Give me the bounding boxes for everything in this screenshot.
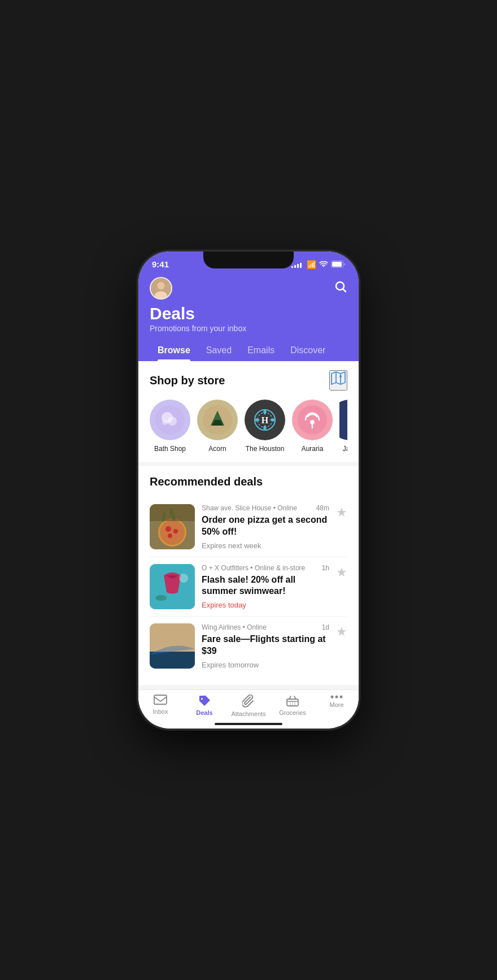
deal-airline-info: Wing Airlines • Online 1d Fare sale—Flig… [202, 623, 329, 669]
page-title: Deals [150, 304, 347, 323]
avatar[interactable] [150, 277, 172, 300]
deal-airline-source: Wing Airlines • Online [202, 623, 267, 631]
nav-inbox[interactable]: Inbox [138, 695, 182, 717]
recommended-deals-title: Recommended deals [150, 475, 263, 488]
deal-swimwear-expiry: Expires today [202, 601, 329, 609]
nav-tabs: Browse Saved Emails Discover [150, 341, 347, 361]
bath-shop-label: Bath Shop [154, 445, 186, 453]
auraria-logo [292, 400, 333, 440]
deal-swimwear-time: 1h [322, 564, 329, 572]
page-subtitle: Promotions from your inbox [150, 324, 347, 333]
paperclip-icon [242, 695, 255, 708]
deal-pizza-expiry: Expires next week [202, 541, 329, 550]
deal-airline-expiry: Expires tomorrow [202, 661, 329, 669]
store-jack[interactable]: J Jack [339, 400, 347, 453]
deal-pizza-actions: ★ [336, 504, 347, 520]
nav-inbox-label: Inbox [153, 708, 168, 715]
svg-rect-33 [150, 504, 195, 521]
status-icons: 📶 [291, 260, 345, 269]
more-dots-icon [330, 695, 343, 699]
deal-pizza-info: Shaw ave. Slice House • Online 48m Order… [202, 504, 329, 550]
svg-point-4 [155, 291, 167, 299]
store-acorn[interactable]: Acorn [197, 400, 238, 453]
svg-point-10 [168, 417, 177, 426]
svg-point-11 [162, 419, 168, 425]
svg-point-28 [165, 526, 171, 532]
deal-pizza-save[interactable]: ★ [336, 505, 347, 520]
deal-pizza-title: Order one pizza get a second 50% off! [202, 514, 329, 538]
tag-icon [198, 695, 211, 707]
home-indicator [215, 723, 282, 725]
deal-pizza-time: 48m [316, 504, 329, 512]
svg-rect-1 [332, 262, 342, 267]
deal-pizza-source: Shaw ave. Slice House • Online [202, 504, 297, 512]
nav-attachments[interactable]: Attachments [226, 695, 271, 717]
deals-header: Recommended deals [150, 475, 347, 488]
svg-point-5 [158, 282, 165, 289]
deal-swimwear-thumb [150, 564, 195, 609]
svg-point-27 [160, 520, 185, 545]
svg-point-36 [155, 595, 167, 601]
store-houston[interactable]: H The Houston [245, 400, 285, 453]
phone-frame: 9:41 📶 [138, 251, 359, 729]
deal-airline-thumb [150, 623, 195, 669]
svg-rect-39 [150, 623, 195, 652]
deal-swimwear-source: O + X Outfitters • Online & in-store [202, 564, 305, 572]
tab-browse[interactable]: Browse [150, 341, 198, 361]
shop-by-store-title: Shop by store [150, 374, 225, 387]
basket-icon [286, 695, 299, 707]
stores-row: Bath Shop Acorn [150, 400, 347, 453]
tab-emails[interactable]: Emails [239, 341, 282, 361]
phone-screen: 9:41 📶 [138, 251, 359, 729]
deal-swimwear-info: O + X Outfitters • Online & in-store 1h … [202, 564, 329, 610]
svg-rect-40 [154, 695, 167, 704]
nav-more-label: More [329, 701, 343, 708]
nav-groceries-label: Groceries [279, 709, 306, 716]
main-content: Shop by store [138, 361, 359, 725]
nav-more[interactable]: More [315, 695, 359, 717]
deal-swimwear-title: Flash sale! 20% off all summer swimwear! [202, 574, 329, 598]
deal-pizza-thumb [150, 504, 195, 549]
battery-icon [331, 261, 345, 268]
deal-swimwear-actions: ★ [336, 564, 347, 580]
store-auraria[interactable]: Auraria [292, 400, 333, 453]
deal-swimwear-meta: O + X Outfitters • Online & in-store 1h [202, 564, 329, 572]
deal-airline-actions: ★ [336, 623, 347, 639]
houston-label: The Houston [246, 445, 285, 453]
nav-groceries[interactable]: Groceries [271, 695, 315, 717]
svg-point-44 [335, 696, 338, 699]
search-button[interactable] [334, 280, 347, 297]
acorn-logo [197, 400, 238, 440]
deal-swimwear[interactable]: O + X Outfitters • Online & in-store 1h … [150, 557, 347, 617]
jack-label: Jack [343, 445, 347, 453]
tab-saved[interactable]: Saved [198, 341, 239, 361]
deal-airline-save[interactable]: ★ [336, 625, 347, 639]
deal-pizza-meta: Shaw ave. Slice House • Online 48m [202, 504, 329, 512]
status-time: 9:41 [152, 259, 169, 269]
svg-text:H: H [261, 415, 269, 425]
svg-point-30 [168, 534, 172, 538]
auraria-label: Auraria [302, 445, 324, 453]
notch [203, 251, 294, 268]
section-header: Shop by store [150, 370, 347, 391]
shop-by-store-section: Shop by store [138, 361, 359, 462]
svg-point-45 [340, 696, 343, 699]
nav-deals[interactable]: Deals [182, 695, 226, 717]
app-header: Deals Promotions from your inbox Browse … [138, 272, 359, 361]
deal-airline-meta: Wing Airlines • Online 1d [202, 623, 329, 631]
deal-airline-title: Fare sale—Flights starting at $39 [202, 634, 329, 657]
store-bath-shop[interactable]: Bath Shop [150, 400, 190, 453]
map-button[interactable] [329, 370, 347, 391]
deal-swimwear-save[interactable]: ★ [336, 565, 347, 580]
deal-airline[interactable]: Wing Airlines • Online 1d Fare sale—Flig… [150, 617, 347, 676]
deal-pizza[interactable]: Shaw ave. Slice House • Online 48m Order… [150, 497, 347, 557]
bath-shop-logo [150, 400, 190, 440]
svg-rect-38 [150, 652, 195, 669]
wifi-icon: 📶 [307, 260, 316, 269]
acorn-label: Acorn [208, 445, 226, 453]
tab-discover[interactable]: Discover [282, 341, 333, 361]
svg-point-43 [331, 696, 334, 699]
wifi-signal-icon [319, 261, 328, 268]
envelope-icon [154, 695, 167, 706]
recommended-deals-section: Recommended deals [138, 466, 359, 685]
